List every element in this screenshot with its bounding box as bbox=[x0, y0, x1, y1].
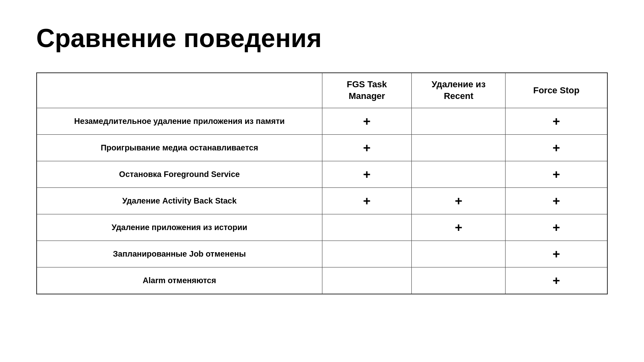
cell-force-0: + bbox=[506, 108, 607, 134]
cell-fgs-6 bbox=[322, 267, 412, 294]
cell-fgs-1: + bbox=[322, 134, 412, 161]
feature-label: Удаление Activity Back Stack bbox=[37, 187, 322, 214]
table-row: Остановка Foreground Service++ bbox=[37, 161, 607, 187]
cell-fgs-5 bbox=[322, 241, 412, 267]
table-row: Удаление приложения из истории++ bbox=[37, 214, 607, 241]
cell-recent-2 bbox=[412, 161, 506, 187]
cell-force-4: + bbox=[506, 214, 607, 241]
feature-label: Незамедлительное удаление приложения из … bbox=[37, 108, 322, 134]
cell-force-3: + bbox=[506, 187, 607, 214]
feature-label: Остановка Foreground Service bbox=[37, 161, 322, 187]
col-header-force: Force Stop bbox=[506, 73, 607, 108]
feature-label: Запланированные Job отменены bbox=[37, 241, 322, 267]
cell-force-1: + bbox=[506, 134, 607, 161]
cell-fgs-4 bbox=[322, 214, 412, 241]
cell-force-5: + bbox=[506, 241, 607, 267]
cell-recent-0 bbox=[412, 108, 506, 134]
table-row: Запланированные Job отменены+ bbox=[37, 241, 607, 267]
table-row: Проигрывание медиа останавливается++ bbox=[37, 134, 607, 161]
cell-fgs-0: + bbox=[322, 108, 412, 134]
cell-fgs-3: + bbox=[322, 187, 412, 214]
col-header-recent: Удаление из Recent bbox=[412, 73, 506, 108]
feature-label: Удаление приложения из истории bbox=[37, 214, 322, 241]
col-header-feature bbox=[37, 73, 322, 108]
table-row: Незамедлительное удаление приложения из … bbox=[37, 108, 607, 134]
cell-recent-4: + bbox=[412, 214, 506, 241]
cell-force-6: + bbox=[506, 267, 607, 294]
cell-recent-1 bbox=[412, 134, 506, 161]
col-header-fgs: FGS Task Manager bbox=[322, 73, 412, 108]
cell-recent-5 bbox=[412, 241, 506, 267]
table-row: Удаление Activity Back Stack+++ bbox=[37, 187, 607, 214]
cell-recent-6 bbox=[412, 267, 506, 294]
comparison-table: FGS Task Manager Удаление из Recent Forc… bbox=[36, 72, 608, 294]
page-title: Сравнение поведения bbox=[36, 24, 608, 52]
table-row: Alarm отменяются+ bbox=[37, 267, 607, 294]
feature-label: Alarm отменяются bbox=[37, 267, 322, 294]
feature-label: Проигрывание медиа останавливается bbox=[37, 134, 322, 161]
cell-force-2: + bbox=[506, 161, 607, 187]
cell-fgs-2: + bbox=[322, 161, 412, 187]
cell-recent-3: + bbox=[412, 187, 506, 214]
